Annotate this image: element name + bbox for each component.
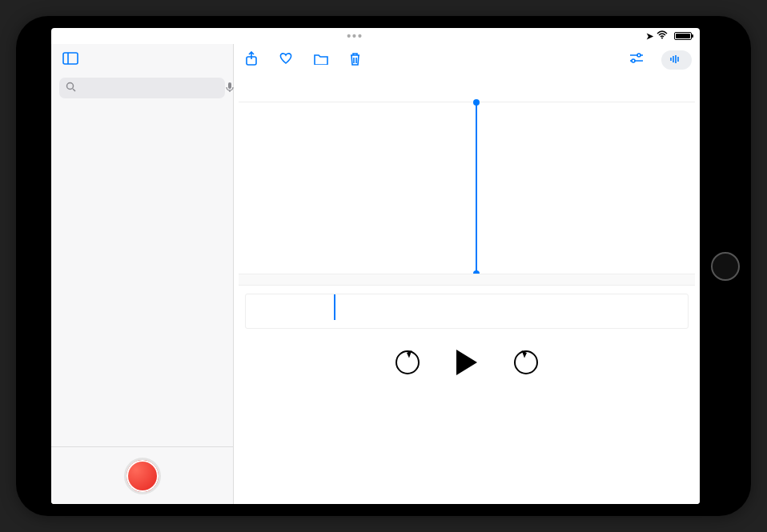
detail-pane (234, 44, 700, 504)
recordings-list (51, 103, 233, 446)
trash-button[interactable] (346, 49, 364, 72)
waveform-icon (669, 54, 681, 66)
waveform-overview[interactable] (245, 294, 689, 329)
mic-icon[interactable] (226, 82, 234, 95)
share-button[interactable] (242, 48, 261, 72)
overview-playhead[interactable] (334, 294, 335, 320)
skip-forward-button[interactable] (514, 350, 538, 374)
svg-line-4 (73, 89, 75, 91)
battery-icon (674, 32, 692, 40)
record-button[interactable] (124, 458, 161, 494)
timeline-ticks (239, 274, 695, 285)
search-field[interactable] (59, 78, 225, 98)
home-button[interactable] (711, 252, 740, 281)
svg-point-3 (67, 83, 74, 90)
svg-rect-1 (63, 53, 78, 64)
sidebar-title (51, 71, 233, 78)
favorite-button[interactable] (275, 49, 296, 71)
svg-point-10 (632, 59, 635, 62)
multitask-dots: ••• (64, 30, 646, 42)
play-button[interactable] (456, 350, 477, 375)
waveform-main[interactable] (239, 102, 695, 286)
svg-rect-5 (228, 82, 231, 89)
detail-edit-button[interactable] (661, 50, 692, 70)
skip-back-button[interactable] (396, 350, 420, 374)
svg-point-0 (661, 38, 663, 39)
transport-controls (234, 350, 700, 375)
svg-point-8 (637, 54, 641, 57)
recording-subtitle (234, 81, 700, 90)
sidebar-toggle-button[interactable] (59, 49, 82, 71)
search-icon (66, 82, 76, 94)
folder-button[interactable] (311, 50, 331, 71)
wifi-icon (657, 30, 668, 42)
location-icon: ➤ (646, 31, 653, 42)
status-bar: ••• ➤ (51, 28, 700, 44)
playhead[interactable] (476, 102, 477, 274)
search-input[interactable] (81, 82, 221, 94)
settings-button[interactable] (626, 50, 647, 70)
sidebar (51, 44, 234, 504)
